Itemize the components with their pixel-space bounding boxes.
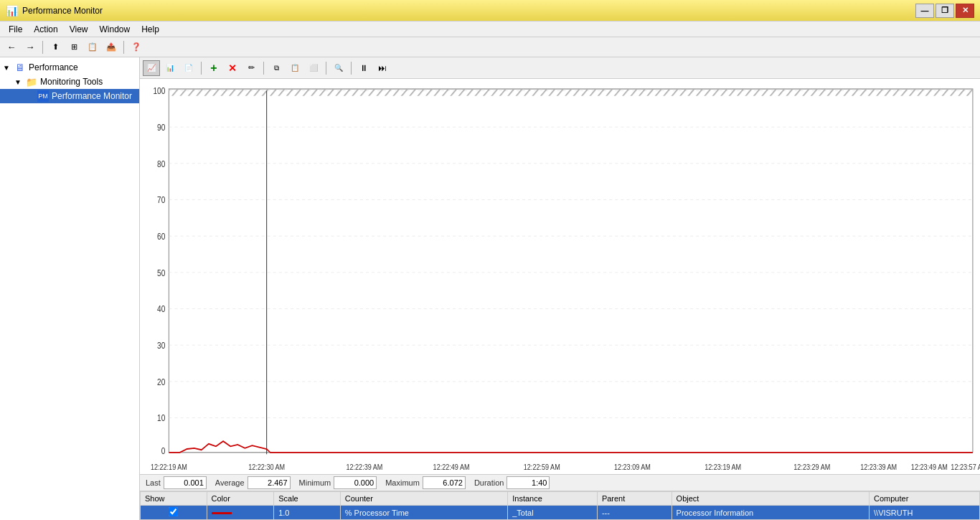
minimum-label: Minimum xyxy=(299,478,331,487)
sidebar-item-monitoring-tools[interactable]: ▼ 📁 Monitoring Tools xyxy=(0,75,139,89)
svg-text:12:23:57 AM: 12:23:57 AM xyxy=(951,463,980,471)
minimize-button[interactable]: — xyxy=(915,4,934,18)
paste-counter-button[interactable]: 📋 xyxy=(286,60,303,76)
content-area: 📈 📊 📄 + ✕ ✏ ⧉ 📋 ⬜ 🔍 ⏸ ⏭ xyxy=(140,57,980,520)
average-label: Average xyxy=(215,478,245,487)
svg-text:70: 70 xyxy=(157,195,165,204)
properties-button[interactable]: 📋 xyxy=(84,39,101,55)
mt-sep-4 xyxy=(351,62,352,75)
clear-button[interactable]: ⬜ xyxy=(305,60,322,76)
forward-button[interactable]: → xyxy=(22,39,39,55)
histogram-button[interactable]: 📊 xyxy=(161,60,179,76)
toolbar-separator-2 xyxy=(123,41,124,54)
counter-name: % Processor Time xyxy=(340,506,508,520)
color-swatch xyxy=(212,512,232,514)
show-hide-button[interactable]: ⊞ xyxy=(65,39,83,55)
toolbar-separator-1 xyxy=(42,41,43,54)
maximum-label: Maximum xyxy=(385,478,420,487)
leaf-spacer xyxy=(26,93,37,100)
zoom-button[interactable]: 🔍 xyxy=(330,60,347,76)
svg-text:40: 40 xyxy=(157,305,165,314)
svg-text:50: 50 xyxy=(157,268,165,278)
svg-text:12:23:09 AM: 12:23:09 AM xyxy=(614,463,651,471)
chart-area: 100 90 80 70 60 50 40 xyxy=(140,79,980,474)
counter-computer: \\VISRUTH xyxy=(870,506,980,520)
counter-table: Show Color Scale Counter Instance Parent… xyxy=(140,491,980,520)
svg-text:60: 60 xyxy=(157,232,165,241)
expand-icon-2: ▼ xyxy=(14,78,26,86)
counter-color xyxy=(207,506,274,520)
svg-text:12:23:29 AM: 12:23:29 AM xyxy=(793,463,830,471)
monitoring-tools-label: Monitoring Tools xyxy=(40,77,103,87)
svg-text:100: 100 xyxy=(154,86,166,95)
counter-row[interactable]: 1.0 % Processor Time _Total --- Processo… xyxy=(141,506,980,520)
duration-value: 1:40 xyxy=(507,476,550,489)
graph-view-button[interactable]: 📈 xyxy=(143,60,160,76)
svg-text:12:23:39 AM: 12:23:39 AM xyxy=(860,463,897,471)
menu-view[interactable]: View xyxy=(64,23,94,36)
main-toolbar: ← → ⬆ ⊞ 📋 📤 ❓ xyxy=(0,37,980,57)
svg-rect-0 xyxy=(169,89,973,453)
mt-sep-3 xyxy=(326,62,326,75)
performance-chart: 100 90 80 70 60 50 40 xyxy=(140,85,980,474)
menu-file[interactable]: File xyxy=(3,23,28,36)
col-scale: Scale xyxy=(274,492,341,506)
col-instance: Instance xyxy=(508,492,598,506)
perf-monitor-icon: PM xyxy=(37,90,49,102)
export-button[interactable]: 📤 xyxy=(103,39,120,55)
sidebar-item-performance-monitor[interactable]: PM Performance Monitor xyxy=(0,89,139,103)
counter-instance: _Total xyxy=(508,506,598,520)
menu-bar: File Action View Window Help xyxy=(0,22,980,37)
help-button[interactable]: ❓ xyxy=(128,39,145,55)
stats-bar: Last 0.001 Average 2.467 Minimum 0.000 M… xyxy=(140,474,980,491)
svg-text:12:23:19 AM: 12:23:19 AM xyxy=(705,463,741,471)
add-counter-button[interactable]: + xyxy=(205,60,222,76)
col-object: Object xyxy=(672,492,869,506)
counter-parent: --- xyxy=(597,506,672,520)
svg-rect-23 xyxy=(169,89,973,96)
highlight-button[interactable]: ✏ xyxy=(242,60,260,76)
show-checkbox[interactable] xyxy=(169,507,178,516)
main-container: ▼ 🖥 Performance ▼ 📁 Monitoring Tools PM … xyxy=(0,57,980,520)
svg-text:12:22:30 AM: 12:22:30 AM xyxy=(248,463,285,471)
svg-text:10: 10 xyxy=(157,414,165,423)
next-button[interactable]: ⏭ xyxy=(374,60,391,76)
menu-window[interactable]: Window xyxy=(94,23,136,36)
minimum-value: 0.000 xyxy=(334,476,377,489)
monitor-toolbar: 📈 📊 📄 + ✕ ✏ ⧉ 📋 ⬜ 🔍 ⏸ ⏭ xyxy=(140,57,980,79)
restore-button[interactable]: ❐ xyxy=(936,4,954,18)
col-parent: Parent xyxy=(597,492,672,506)
delete-counter-button[interactable]: ✕ xyxy=(224,60,241,76)
folder-icon: 📁 xyxy=(26,76,37,88)
report-button[interactable]: 📄 xyxy=(180,60,197,76)
counter-object: Processor Information xyxy=(672,506,869,520)
col-computer: Computer xyxy=(870,492,980,506)
back-button[interactable]: ← xyxy=(3,39,20,55)
sidebar-item-performance[interactable]: ▼ 🖥 Performance xyxy=(0,60,139,75)
average-value: 2.467 xyxy=(248,476,291,489)
copy-counter-button[interactable]: ⧉ xyxy=(268,60,285,76)
svg-text:0: 0 xyxy=(161,446,166,455)
counter-show[interactable] xyxy=(141,506,207,520)
col-color: Color xyxy=(207,492,274,506)
counter-scale: 1.0 xyxy=(274,506,341,520)
mt-sep-1 xyxy=(201,62,202,75)
performance-monitor-label: Performance Monitor xyxy=(52,91,132,101)
svg-text:20: 20 xyxy=(157,377,165,387)
counter-data-table: Show Color Scale Counter Instance Parent… xyxy=(140,491,980,520)
sidebar: ▼ 🖥 Performance ▼ 📁 Monitoring Tools PM … xyxy=(0,57,140,520)
col-show: Show xyxy=(141,492,207,506)
last-label: Last xyxy=(146,478,161,487)
svg-text:80: 80 xyxy=(157,159,165,169)
col-counter: Counter xyxy=(340,492,508,506)
svg-text:12:22:59 AM: 12:22:59 AM xyxy=(524,463,560,471)
duration-label: Duration xyxy=(474,478,504,487)
up-button[interactable]: ⬆ xyxy=(47,39,64,55)
close-button[interactable]: ✕ xyxy=(956,4,974,18)
window-title: Performance Monitor xyxy=(22,6,103,16)
pause-button[interactable]: ⏸ xyxy=(355,60,372,76)
menu-help[interactable]: Help xyxy=(136,23,165,36)
menu-action[interactable]: Action xyxy=(28,23,63,36)
expand-icon: ▼ xyxy=(3,64,14,72)
performance-icon: 🖥 xyxy=(14,62,26,73)
